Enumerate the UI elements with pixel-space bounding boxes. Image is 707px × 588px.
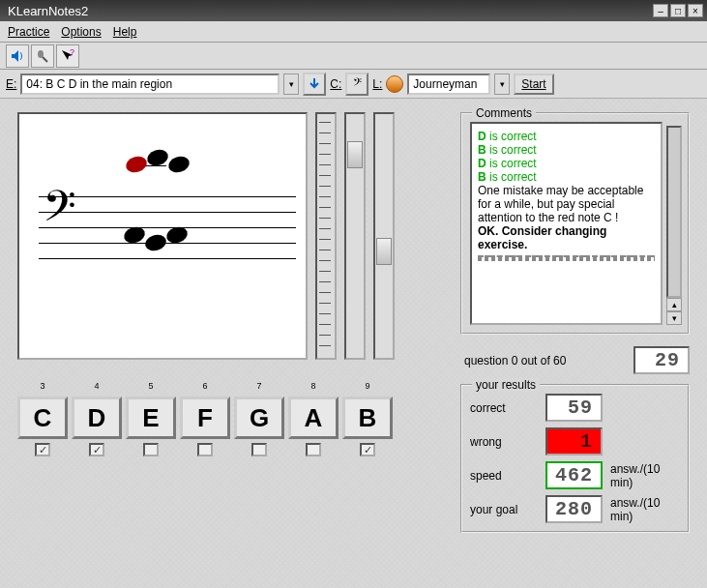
comments-box: D is correctB is correctD is correctB is… [470,122,663,325]
question-label: question 0 out of 60 [464,354,566,368]
level-dropdown-icon[interactable]: ▾ [494,74,510,95]
mic-icon[interactable] [31,44,54,68]
svg-point-0 [38,50,44,58]
note-digit: 8 [310,381,315,393]
speed-unit: answ./(10 min) [610,462,680,489]
wrong-label: wrong [470,435,538,449]
goal-lcd: 280 [545,495,603,523]
note-digit: 3 [40,381,44,393]
goal-unit: answ./(10 min) [610,496,680,523]
results-legend: your results [472,378,540,392]
comments-legend: Comments [472,106,536,120]
menu-bar: Practice Options Help [0,21,707,43]
ruler [315,112,337,360]
scroll-up-icon[interactable]: ▴ [666,298,682,311]
c-label: C: [330,77,341,91]
e-label: E: [6,77,16,91]
whatsthis-icon[interactable]: ? [56,44,79,68]
comments-fieldset: Comments D is correctB is correctD is co… [460,112,690,335]
comment-line: B is correct [478,143,655,157]
note-button-g[interactable]: G [234,397,284,439]
speaker-icon[interactable] [6,44,29,68]
note-checkbox-a[interactable] [306,443,321,456]
question-row: question 0 out of 60 29 [460,346,690,374]
minimize-button[interactable]: – [653,4,668,17]
note-checkbox-e[interactable] [143,443,159,456]
note-button-d[interactable]: D [72,397,122,439]
avatar-icon [386,75,403,93]
speed-label: speed [470,469,538,483]
comment-info: One mistake may be acceptable for a whil… [478,184,655,224]
note-checkbox-d[interactable]: ✓ [89,443,104,456]
title-bar: KLearnNotes2 – □ × [0,0,707,21]
note-button-c[interactable]: C [17,397,68,439]
note-digit: 9 [365,381,369,393]
comment-line: B is correct [478,170,655,184]
close-button[interactable]: × [688,4,703,17]
note-button-row: 3C✓4D✓5E6F7G8A9B✓ [17,381,443,456]
note-button-e[interactable]: E [126,397,176,439]
go-button[interactable] [303,73,326,96]
scrollbar-track[interactable] [666,126,682,298]
exercise-bar: E: 04: B C D in the main region ▾ C: 𝄢 L… [0,70,707,99]
comment-divider [478,255,655,261]
note-digit: 5 [148,381,153,393]
note-button-a[interactable]: A [288,397,339,439]
speed-lcd: 462 [545,461,603,489]
level-combo[interactable]: Journeyman [407,74,490,95]
note-digit: 6 [202,381,207,393]
svg-line-1 [43,57,47,62]
note-checkbox-c[interactable]: ✓ [35,443,50,456]
note-button-b[interactable]: B [342,397,393,439]
correct-lcd: 59 [545,394,603,422]
maximize-button[interactable]: □ [670,4,686,17]
note-black [166,154,191,175]
note-checkbox-b[interactable]: ✓ [360,443,375,456]
comment-final: OK. Consider changing exercise. [478,224,655,251]
note-digit: 4 [94,381,99,393]
wrong-lcd: 1 [545,427,603,456]
svg-text:?: ? [70,48,74,57]
note-checkbox-g[interactable] [251,443,267,456]
menu-options[interactable]: Options [61,25,101,39]
scroll-down-icon[interactable]: ▾ [666,311,682,325]
toolbar: ? [0,43,707,70]
goal-label: your goal [470,503,538,516]
comment-line: D is correct [478,130,655,143]
start-button[interactable]: Start [514,74,553,95]
menu-practice[interactable]: Practice [8,25,49,39]
note-red [124,154,149,175]
range-slider-top[interactable] [344,112,366,360]
window-title: KLearnNotes2 [4,4,651,18]
level-value: Journeyman [413,77,477,91]
note-digit: 7 [256,381,261,393]
results-fieldset: your results correct 59 wrong 1 speed 46… [460,384,690,533]
l-label: L: [372,77,382,91]
exercise-combo[interactable]: 04: B C D in the main region [20,74,280,95]
bass-clef-icon: 𝄢 [43,185,76,237]
exercise-value: 04: B C D in the main region [26,77,172,91]
note-checkbox-f[interactable] [197,443,213,456]
menu-help[interactable]: Help [113,25,137,39]
clef-button[interactable]: 𝄢 [345,73,368,96]
note-button-f[interactable]: F [180,397,230,439]
range-slider-bottom[interactable] [373,112,395,360]
staff-panel: 𝄢 [17,112,308,360]
exercise-dropdown-icon[interactable]: ▾ [283,74,299,95]
comment-line: D is correct [478,157,655,170]
correct-label: correct [470,401,538,415]
timer-lcd: 29 [633,346,690,374]
